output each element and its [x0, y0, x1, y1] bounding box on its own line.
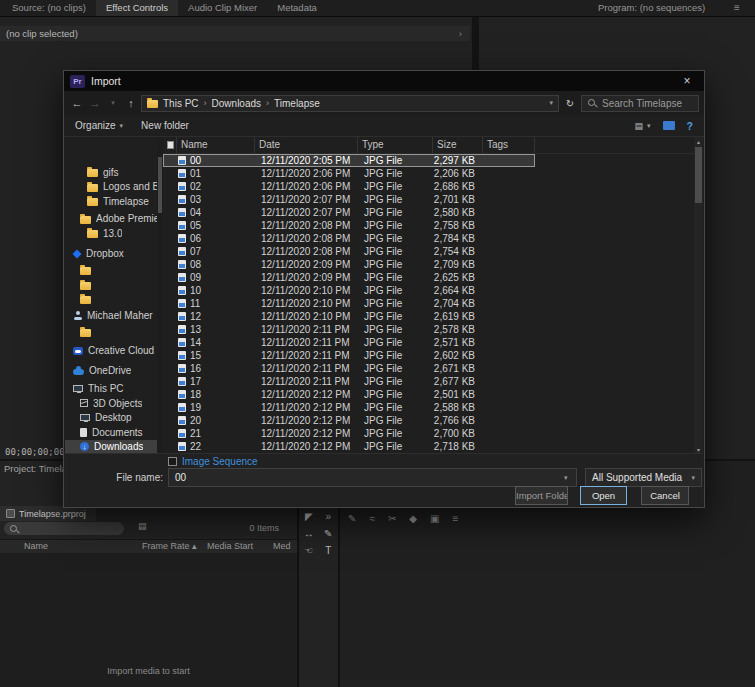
- file-row-14[interactable]: 1412/11/2020 2:11 PMJPG File2,571 KB: [163, 336, 535, 349]
- history-dropdown-icon[interactable]: ▾: [105, 99, 121, 107]
- file-row-06[interactable]: 0612/11/2020 2:08 PMJPG File2,784 KB: [163, 232, 535, 245]
- sidebar-item-adobe-premiere-p[interactable]: Adobe Premiere P: [65, 212, 157, 227]
- tab-audio-clip-mixer[interactable]: Audio Clip Mixer: [178, 0, 267, 16]
- up-icon[interactable]: ↑: [123, 97, 139, 109]
- sidebar-item-creative-cloud-fil[interactable]: Creative Cloud Fil: [65, 344, 157, 359]
- sidebar-item-michael-maher[interactable]: Michael Maher: [65, 309, 157, 324]
- sidebar-item-downloads[interactable]: Downloads: [65, 440, 157, 455]
- file-row-13[interactable]: 1312/11/2020 2:11 PMJPG File2,578 KB: [163, 323, 535, 336]
- panel-menu-icon[interactable]: ≡: [734, 0, 740, 16]
- tab-source-no-clips[interactable]: Source: (no clips): [2, 0, 96, 16]
- hand-tool-icon[interactable]: ☜: [304, 545, 313, 556]
- pencil-icon[interactable]: ✎: [348, 513, 356, 524]
- breadcrumb-item-timelapse[interactable]: Timelapse: [274, 98, 320, 109]
- pen-tool-icon[interactable]: ✎: [324, 528, 332, 539]
- close-icon[interactable]: ×: [670, 71, 704, 91]
- sidebar-item-gifs[interactable]: gifs: [65, 165, 157, 180]
- search-input[interactable]: Search Timelapse: [581, 95, 699, 112]
- cancel-button[interactable]: Cancel: [641, 486, 689, 505]
- breadcrumb-item-this-pc[interactable]: This PC: [163, 98, 199, 109]
- track-select-tool-icon[interactable]: »: [325, 511, 331, 522]
- file-list-scrollbar[interactable]: ▴ ▾: [694, 137, 703, 455]
- file-row-16[interactable]: 1612/11/2020 2:11 PMJPG File2,671 KB: [163, 362, 535, 375]
- column-name[interactable]: Name: [177, 137, 255, 153]
- timeline-menu-icon[interactable]: ≡: [452, 513, 458, 524]
- file-row-05[interactable]: 0512/11/2020 2:08 PMJPG File2,758 KB: [163, 219, 535, 232]
- address-dropdown-icon[interactable]: ▾: [549, 99, 553, 107]
- tab-program-monitor[interactable]: Program: (no sequences): [598, 0, 705, 16]
- list-view-icon[interactable]: ▤: [138, 521, 147, 531]
- column-date[interactable]: Date: [255, 137, 358, 153]
- column-size[interactable]: Size: [433, 137, 483, 153]
- project-search-input[interactable]: [4, 522, 124, 535]
- open-button[interactable]: Open: [580, 486, 627, 505]
- file-row-15[interactable]: 1512/11/2020 2:11 PMJPG File2,602 KB: [163, 349, 535, 362]
- file-row-08[interactable]: 0812/11/2020 2:09 PMJPG File2,709 KB: [163, 258, 535, 271]
- sidebar-item[interactable]: [65, 325, 157, 340]
- razor-icon[interactable]: ✂: [388, 513, 396, 524]
- project-column-name[interactable]: Name: [24, 540, 48, 553]
- project-tab[interactable]: Timelapse.prproj: [0, 506, 96, 521]
- scroll-up-icon[interactable]: ▴: [694, 138, 703, 146]
- ripple-edit-tool-icon[interactable]: ↔: [304, 528, 314, 539]
- file-row-20[interactable]: 2012/11/2020 2:12 PMJPG File2,766 KB: [163, 414, 535, 427]
- file-row-18[interactable]: 1812/11/2020 2:12 PMJPG File2,501 KB: [163, 388, 535, 401]
- new-folder-button[interactable]: New folder: [141, 120, 189, 131]
- column-type[interactable]: Type: [358, 137, 433, 153]
- back-icon[interactable]: ←: [69, 97, 85, 109]
- file-row-11[interactable]: 1112/11/2020 2:10 PMJPG File2,704 KB: [163, 297, 535, 310]
- sidebar-item[interactable]: [65, 278, 157, 293]
- dialog-title-bar[interactable]: Pr Import ×: [64, 71, 704, 91]
- file-row-10[interactable]: 1012/11/2020 2:10 PMJPG File2,664 KB: [163, 284, 535, 297]
- sidebar-scrollbar[interactable]: [157, 137, 163, 455]
- sidebar-item-timelapse[interactable]: Timelapse: [65, 194, 157, 209]
- sidebar-item[interactable]: [65, 292, 157, 307]
- sidebar-item-onedrive[interactable]: OneDrive: [65, 363, 157, 378]
- file-row-21[interactable]: 2112/11/2020 2:12 PMJPG File2,700 KB: [163, 427, 535, 440]
- sidebar-item-3d-objects[interactable]: 3D Objects: [65, 396, 157, 411]
- forward-icon[interactable]: →: [87, 97, 103, 109]
- file-row-19[interactable]: 1912/11/2020 2:12 PMJPG File2,588 KB: [163, 401, 535, 414]
- project-column-media-start[interactable]: Media Start: [207, 540, 253, 553]
- tab-effect-controls[interactable]: Effect Controls: [96, 0, 178, 16]
- file-row-07[interactable]: 0712/11/2020 2:08 PMJPG File2,754 KB: [163, 245, 535, 258]
- preview-pane-icon[interactable]: [663, 121, 675, 130]
- sidebar-item-desktop[interactable]: Desktop: [65, 411, 157, 426]
- snap-icon[interactable]: ≈: [369, 513, 375, 524]
- breadcrumb-item-downloads[interactable]: Downloads: [212, 98, 261, 109]
- help-icon[interactable]: ?: [687, 120, 693, 132]
- address-bar[interactable]: This PC›Downloads›Timelapse ▾: [141, 95, 559, 112]
- file-row-22[interactable]: 2212/11/2020 2:12 PMJPG File2,718 KB: [163, 440, 535, 453]
- file-name-input[interactable]: 00: [168, 468, 577, 487]
- tab-metadata[interactable]: Metadata: [267, 0, 327, 16]
- sidebar-item-dropbox[interactable]: Dropbox: [65, 247, 157, 262]
- file-row-01[interactable]: 0112/11/2020 2:06 PMJPG File2,206 KB: [163, 167, 535, 180]
- file-row-12[interactable]: 1212/11/2020 2:10 PMJPG File2,619 KB: [163, 310, 535, 323]
- import-folder-button[interactable]: Import Folder: [515, 486, 568, 505]
- project-column-frame-rate[interactable]: Frame Rate ▴: [142, 540, 197, 553]
- file-row-09[interactable]: 0912/11/2020 2:09 PMJPG File2,625 KB: [163, 271, 535, 284]
- image-sequence-checkbox[interactable]: Image Sequence: [168, 456, 258, 467]
- sidebar-item-this-pc[interactable]: This PC: [65, 382, 157, 397]
- media-type-select[interactable]: All Supported Media ▾: [585, 468, 702, 487]
- file-row-04[interactable]: 0412/11/2020 2:07 PMJPG File2,580 KB: [163, 206, 535, 219]
- file-row-02[interactable]: 0212/11/2020 2:06 PMJPG File2,686 KB: [163, 180, 535, 193]
- sidebar-item-documents[interactable]: Documents: [65, 425, 157, 440]
- timeline-settings-icon[interactable]: ▣: [430, 513, 439, 524]
- chevron-right-icon[interactable]: ›: [459, 26, 462, 41]
- file-row-17[interactable]: 1712/11/2020 2:11 PMJPG File2,677 KB: [163, 375, 535, 388]
- file-row-00[interactable]: 0012/11/2020 2:05 PMJPG File2,297 KB: [163, 154, 535, 167]
- file-row-03[interactable]: 0312/11/2020 2:07 PMJPG File2,701 KB: [163, 193, 535, 206]
- view-mode-button[interactable]: ▤ ▾: [635, 121, 651, 131]
- select-all-checkbox[interactable]: [163, 137, 177, 153]
- sidebar-item-13-0[interactable]: 13.0: [65, 226, 157, 241]
- selection-tool-icon[interactable]: ◤: [305, 511, 313, 522]
- sidebar-scroll-thumb[interactable]: [158, 157, 162, 213]
- organize-button[interactable]: Organize ▾: [75, 120, 123, 131]
- type-tool-icon[interactable]: T: [325, 545, 331, 556]
- refresh-icon[interactable]: ↻: [561, 98, 579, 109]
- project-column-med[interactable]: Med: [273, 540, 291, 553]
- scroll-thumb[interactable]: [695, 147, 702, 203]
- file-name-dropdown-icon[interactable]: ▾: [564, 474, 568, 482]
- marker-icon[interactable]: ◆: [409, 513, 417, 524]
